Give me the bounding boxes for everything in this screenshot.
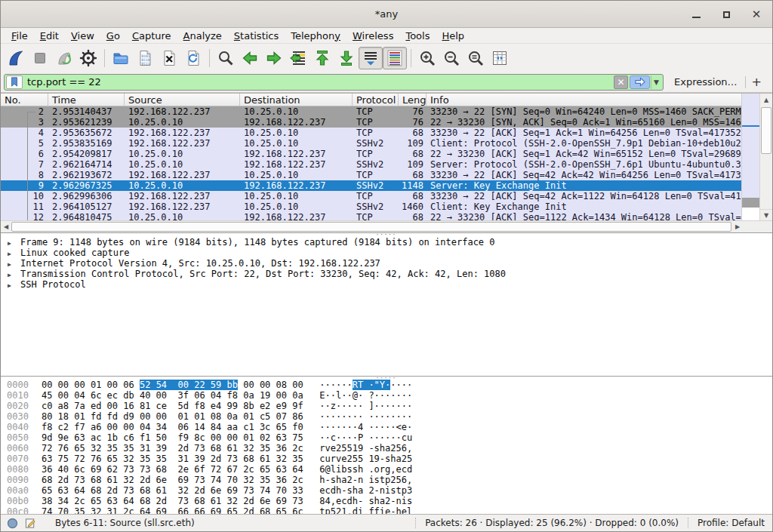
detail-line[interactable]: ▶Transmission Control Protocol, Src Port… xyxy=(1,269,772,279)
gear-icon xyxy=(79,49,97,67)
cell-src: 192.168.122.237 xyxy=(125,138,240,149)
filter-history-dropdown[interactable]: ▼ xyxy=(651,75,661,89)
capture-restart-button[interactable] xyxy=(52,47,76,69)
hex-row-0030[interactable]: 003080 18 01 fd fd d9 00 00 01 01 08 0a … xyxy=(1,411,772,422)
menu-wireless[interactable]: Wireless xyxy=(346,29,399,43)
file-close-button[interactable] xyxy=(157,47,181,69)
hex-row-0060[interactable]: 006072 76 65 32 35 35 31 39 2d 73 68 61 … xyxy=(1,443,772,454)
detail-line[interactable]: ▶Linux cooked capture xyxy=(1,248,772,258)
colorize-button[interactable] xyxy=(383,47,407,69)
expand-arrow-icon[interactable]: ▶ xyxy=(8,260,15,269)
zoom-in-button[interactable] xyxy=(415,47,439,69)
filter-apply-button[interactable] xyxy=(630,75,650,89)
file-open-button[interactable] xyxy=(109,47,133,69)
display-filter-input[interactable]: tcp.port == 22 ✕ ▼ xyxy=(4,74,664,91)
expand-arrow-icon[interactable]: ▶ xyxy=(8,249,15,258)
add-filter-button[interactable]: + xyxy=(746,75,768,89)
close-button[interactable]: ✕ xyxy=(747,5,766,24)
packet-row-10[interactable]: 102.962996306192.168.122.23710.25.0.10TC… xyxy=(1,191,743,201)
packet-row-7[interactable]: 72.96216471410.25.0.10192.168.122.237SSH… xyxy=(1,159,743,170)
filter-bookmark-button[interactable] xyxy=(6,75,23,89)
go-first-packet-button[interactable] xyxy=(310,47,334,69)
menu-statistics[interactable]: Statistics xyxy=(228,29,285,43)
packet-row-9[interactable]: 92.96296732510.25.0.10192.168.122.237SSH… xyxy=(1,180,743,191)
column-header-source[interactable]: Source xyxy=(125,94,240,106)
packet-row-2[interactable]: 22.953140437192.168.122.23710.25.0.10TCP… xyxy=(1,106,743,117)
scroll-left-arrow[interactable]: ◀ xyxy=(1,221,11,232)
packet-list-horizontal-scrollbar[interactable]: ◀ ▶ xyxy=(1,220,743,232)
minimap-syn-rows-marker xyxy=(742,198,759,208)
column-header-protocol[interactable]: Protocol xyxy=(353,94,399,106)
column-header-time[interactable]: Time xyxy=(48,94,125,106)
column-header-no[interactable]: No. xyxy=(1,94,48,106)
hex-row-0050[interactable]: 00509d 9e 63 ac 1b c6 f1 50 f9 8c 00 00 … xyxy=(1,432,772,443)
hex-row-0090[interactable]: 009068 2d 73 68 61 32 2d 6e 69 73 74 70 … xyxy=(1,475,772,485)
cell-proto: TCP xyxy=(353,128,399,138)
file-save-button[interactable]: 0101 0110 0111 xyxy=(133,47,157,69)
packet-row-11[interactable]: 112.964105127192.168.122.23710.25.0.10SS… xyxy=(1,201,743,212)
expert-info-icon[interactable] xyxy=(7,518,18,529)
capture-comment-icon[interactable] xyxy=(25,518,36,529)
packet-row-6[interactable]: 62.95420981710.25.0.10192.168.122.237TCP… xyxy=(1,149,743,159)
cell-no: 6 xyxy=(1,149,48,159)
detail-line[interactable]: ▶SSH Protocol xyxy=(1,279,772,290)
menu-help[interactable]: Help xyxy=(436,29,470,43)
menu-capture[interactable]: Capture xyxy=(126,29,177,43)
packet-row-3[interactable]: 32.95362123910.25.0.10192.168.122.237TCP… xyxy=(1,117,743,128)
hex-row-0040[interactable]: 0040f8 c2 f7 a6 00 00 04 34 06 14 84 aa … xyxy=(1,422,772,432)
auto-scroll-button[interactable] xyxy=(359,47,383,69)
cell-dst: 10.25.0.10 xyxy=(240,170,353,180)
detail-line[interactable]: ▶Internet Protocol Version 4, Src: 10.25… xyxy=(1,258,772,269)
capture-start-button[interactable] xyxy=(4,47,28,69)
expression-button[interactable]: Expression… xyxy=(664,76,745,88)
vertical-scrollbar-handle[interactable] xyxy=(761,107,771,154)
packet-row-8[interactable]: 82.962193672192.168.122.23710.25.0.10TCP… xyxy=(1,170,743,180)
menu-edit[interactable]: Edit xyxy=(34,29,65,43)
capture-stop-button[interactable] xyxy=(28,47,52,69)
go-forward-button[interactable] xyxy=(262,47,286,69)
intelligent-scrollbar-minimap[interactable] xyxy=(741,94,759,221)
menu-telephony[interactable]: Telephony xyxy=(285,29,346,43)
go-last-packet-button[interactable] xyxy=(334,47,359,69)
filter-value[interactable]: tcp.port == 22 xyxy=(23,76,614,88)
expand-arrow-icon[interactable]: ▶ xyxy=(8,281,15,290)
go-to-packet-button[interactable] xyxy=(286,47,310,69)
splitter-grip[interactable]: ····· xyxy=(376,232,396,237)
zoom-out-button[interactable] xyxy=(439,47,463,69)
column-header-length[interactable]: Length xyxy=(399,94,427,106)
menu-analyze[interactable]: Analyze xyxy=(177,29,228,43)
menu-view[interactable]: View xyxy=(65,29,100,43)
packet-row-4[interactable]: 42.953635672192.168.122.23710.25.0.10TCP… xyxy=(1,128,743,138)
menu-go[interactable]: Go xyxy=(100,29,126,43)
file-reload-button[interactable] xyxy=(181,47,205,69)
filter-clear-button[interactable]: ✕ xyxy=(614,75,628,89)
hex-row-0070[interactable]: 007063 75 72 76 65 32 35 35 31 39 2d 73 … xyxy=(1,454,772,464)
zoom-reset-button[interactable] xyxy=(463,47,488,69)
splitter-grip[interactable]: ····· xyxy=(376,376,396,380)
minimize-button[interactable] xyxy=(686,5,706,24)
packet-row-5[interactable]: 52.953835169192.168.122.23710.25.0.10SSH… xyxy=(1,138,743,149)
scroll-down-arrow[interactable]: ▼ xyxy=(760,209,772,221)
hex-row-0010[interactable]: 001045 00 04 6c ec db 40 00 3f 06 04 f8 … xyxy=(1,390,772,401)
menu-file[interactable]: File xyxy=(5,29,34,43)
hex-row-0020[interactable]: 0020c0 a8 7a ed 00 16 81 ce 5d f8 e4 99 … xyxy=(1,401,772,411)
expand-arrow-icon[interactable]: ▶ xyxy=(8,238,15,248)
hex-offset: 0000 xyxy=(7,380,29,390)
profile-status[interactable]: Profile: Default xyxy=(688,518,772,528)
maximize-button[interactable] xyxy=(716,5,736,24)
resize-columns-button[interactable] xyxy=(488,47,512,69)
menu-tools[interactable]: Tools xyxy=(399,29,436,43)
column-header-destination[interactable]: Destination xyxy=(240,94,353,106)
horizontal-scrollbar-handle[interactable] xyxy=(11,222,731,232)
expand-arrow-icon[interactable]: ▶ xyxy=(8,270,15,279)
scroll-up-arrow[interactable]: ▲ xyxy=(760,94,772,106)
svg-text:0111: 0111 xyxy=(142,61,150,65)
find-packet-button[interactable] xyxy=(214,47,238,69)
packet-list-vertical-scrollbar[interactable]: ▲ ▼ xyxy=(759,94,772,221)
hex-row-00b0[interactable]: 00b038 34 2c 65 63 64 68 2d 73 68 61 32 … xyxy=(1,496,772,506)
capture-options-button[interactable] xyxy=(76,47,100,69)
go-back-button[interactable] xyxy=(238,47,262,69)
hex-row-00a0[interactable]: 00a065 63 64 68 2d 73 68 61 32 2d 6e 69 … xyxy=(1,485,772,496)
hex-row-0080[interactable]: 008036 40 6c 69 62 73 73 68 2e 6f 72 67 … xyxy=(1,464,772,475)
column-header-info[interactable]: Info xyxy=(427,94,743,106)
